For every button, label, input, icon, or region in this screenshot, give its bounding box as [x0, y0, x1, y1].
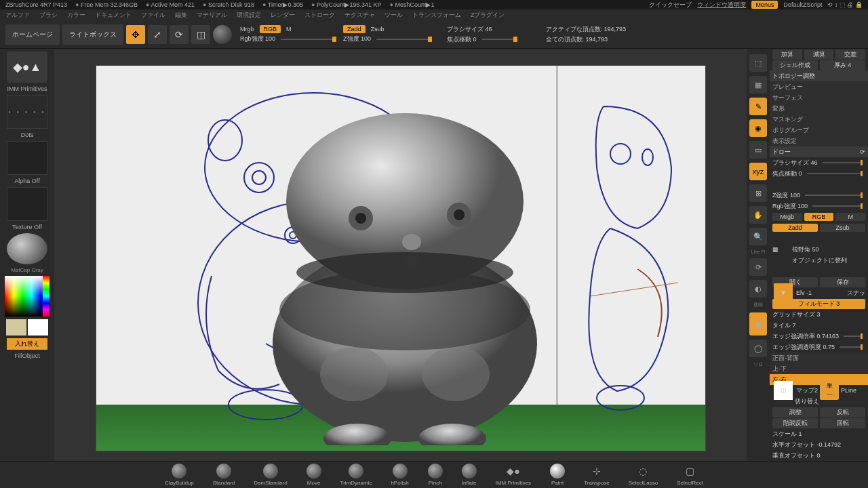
section-deform[interactable]: 変形 [770, 103, 868, 114]
move-icon[interactable]: ✋ [749, 206, 767, 224]
edge-slider[interactable] [844, 336, 863, 337]
fillobject-label[interactable]: FillObject [14, 352, 40, 359]
gizmo-icon[interactable]: ◫ [191, 25, 210, 44]
hoffset-field[interactable]: 水平オフセット -0.14792 [772, 441, 841, 449]
quicksave[interactable]: クイックセーブ [649, 1, 692, 9]
m-btn[interactable]: M [835, 213, 865, 221]
focal-field[interactable]: 焦点移動 0 [772, 169, 802, 178]
window-opacity[interactable]: ウィンドウ透明度 [697, 1, 746, 9]
focal-slider[interactable] [482, 39, 516, 40]
menu-item[interactable]: トランスフォーム [412, 11, 461, 20]
alpha-preview[interactable] [7, 141, 47, 175]
floor-icon[interactable]: xyz [749, 163, 767, 180]
rgb-chip[interactable]: RGB [260, 25, 281, 33]
scale-tool-icon[interactable]: ⤢ [148, 25, 167, 44]
menus-button[interactable]: Menus [751, 1, 778, 9]
menu-item[interactable]: カラー [67, 11, 85, 20]
zint-field[interactable]: Z強度 100 [772, 191, 800, 200]
draw-header[interactable]: ドロー⟳ [770, 146, 868, 157]
menu-item[interactable]: Zプラグイン [471, 11, 505, 20]
menu-item[interactable]: ブラシ [39, 11, 58, 20]
edge-enhance-field[interactable]: エッジ強調倍率 0.74163 [772, 332, 839, 341]
voffset-field[interactable]: 垂直オフセット 0 [772, 451, 821, 460]
menu-item[interactable]: ツール [384, 11, 403, 20]
menu-item[interactable]: レンダー [271, 11, 295, 20]
brushsize-slider[interactable] [823, 162, 863, 163]
menu-item[interactable]: 環境設定 [237, 11, 261, 20]
brush-hpolish[interactable]: hPolish [391, 464, 408, 486]
z-intensity[interactable]: Z強度 100 [343, 35, 371, 43]
toggle-label[interactable]: 切り替え [795, 397, 819, 406]
mrgb-label[interactable]: Mrgb [240, 26, 254, 33]
section-polygroup[interactable]: ポリグループ [770, 125, 868, 136]
fillmode-field[interactable]: フィルモード 3 [772, 299, 865, 309]
save-btn[interactable]: 保存 [820, 277, 865, 287]
rgb-intensity[interactable]: Rgb強度 100 [240, 35, 275, 43]
gridsize-field[interactable]: グリッドサイズ 3 [772, 310, 821, 319]
scale-field[interactable]: スケール 1 [772, 430, 802, 439]
snap-field[interactable]: スナッ [847, 289, 865, 298]
topbottom-row[interactable]: 上-下 [770, 363, 868, 374]
brush-damstandard[interactable]: DamStandard [254, 464, 287, 486]
thickness-field[interactable]: 厚み 4 [820, 60, 865, 70]
lightbox-button[interactable]: ライトボックス [62, 24, 123, 45]
tile-field[interactable]: タイル 7 [772, 321, 796, 330]
brush-transpose[interactable]: ⊹Transpose [584, 464, 610, 486]
frame-icon[interactable]: ⊞ [749, 184, 767, 202]
brush-selectlasso[interactable]: ◌SelectLasso [629, 464, 658, 486]
texture-preview[interactable] [7, 187, 47, 221]
grid-icon[interactable]: ▦ [749, 76, 767, 94]
align-obj[interactable]: オブジェクトに整列 [792, 256, 847, 265]
section-preview[interactable]: プレビュー [770, 81, 868, 92]
edgeop-slider[interactable] [840, 346, 863, 348]
mrgb-btn[interactable]: Mrgb [772, 213, 802, 221]
persp-icon[interactable]: ▭ [749, 141, 767, 159]
draw-mode-icon[interactable]: ✎ [749, 98, 767, 115]
zsub-btn[interactable]: Zsub [820, 224, 865, 232]
swatch-secondary[interactable] [6, 319, 26, 336]
edge-opacity-field[interactable]: エッジ強調透明度 0.75 [772, 343, 835, 352]
rgbint-field[interactable]: Rgb強度 100 [772, 202, 808, 211]
arrows-icon[interactable]: ⟲ ↕ ⬚ 🖨 🔒 [827, 1, 863, 8]
default-zscript[interactable]: DefaultZScript [783, 1, 822, 8]
section-display[interactable]: 表示設定 [770, 136, 868, 146]
brush-inflate[interactable]: Inflate [462, 464, 477, 486]
topology-header[interactable]: トポロジー調整 [770, 70, 868, 81]
sub-button[interactable]: 減算 [804, 49, 834, 60]
map2-label[interactable]: マップ2 [796, 386, 818, 395]
rotate-tool-icon[interactable]: ⟳ [170, 25, 189, 44]
matcap-preview[interactable] [7, 233, 47, 264]
focal-shift[interactable]: 焦点移動 0 [447, 35, 477, 44]
section-surface[interactable]: サーフェス [770, 92, 868, 103]
fliph-btn[interactable]: 階調反転 [772, 418, 818, 428]
transparency-icon[interactable]: ◐ [749, 280, 767, 298]
rotate-btn[interactable]: 回転 [820, 418, 865, 428]
bpr-icon[interactable]: ⬚ [749, 54, 767, 72]
brush-pinch[interactable]: Pinch [428, 464, 443, 486]
brushsize-field[interactable]: ブラシサイズ 46 [772, 159, 818, 167]
frontback-row[interactable]: 正面-背面 [770, 352, 868, 363]
swap-button[interactable]: 入れ替え [7, 338, 47, 350]
brush-selectrect[interactable]: ▢SelectRect [677, 464, 703, 486]
brush-standard[interactable]: Standard [213, 464, 235, 486]
invert-btn[interactable]: 反転 [820, 407, 865, 418]
section-masking[interactable]: マスキング [770, 114, 868, 125]
canvas[interactable] [96, 65, 706, 451]
swatch-primary[interactable] [28, 319, 48, 336]
solo-icon[interactable]: ◼ [749, 312, 767, 336]
menu-item[interactable]: 編集 [175, 11, 187, 20]
menu-item[interactable]: ストローク [304, 11, 335, 20]
menu-item[interactable]: アルファ [5, 11, 30, 20]
rotate-icon[interactable]: ⟳ [749, 258, 767, 276]
rgb-intensity-slider[interactable] [281, 39, 335, 40]
ghost-icon[interactable]: ◯ [749, 340, 767, 357]
edit-mode-icon[interactable]: ◉ [749, 119, 767, 137]
zadd-btn[interactable]: Zadd [772, 224, 818, 232]
zoom-icon[interactable]: 🔍 [749, 228, 767, 245]
brush-size[interactable]: ブラシサイズ 46 [447, 25, 492, 34]
color-picker[interactable] [5, 276, 50, 317]
pline-label[interactable]: PLine [841, 387, 856, 394]
brush-preview[interactable]: ◆●▲ [7, 52, 47, 83]
menu-item[interactable]: マテリアル [197, 11, 227, 20]
elv-field[interactable]: Elv -1 [796, 289, 812, 296]
